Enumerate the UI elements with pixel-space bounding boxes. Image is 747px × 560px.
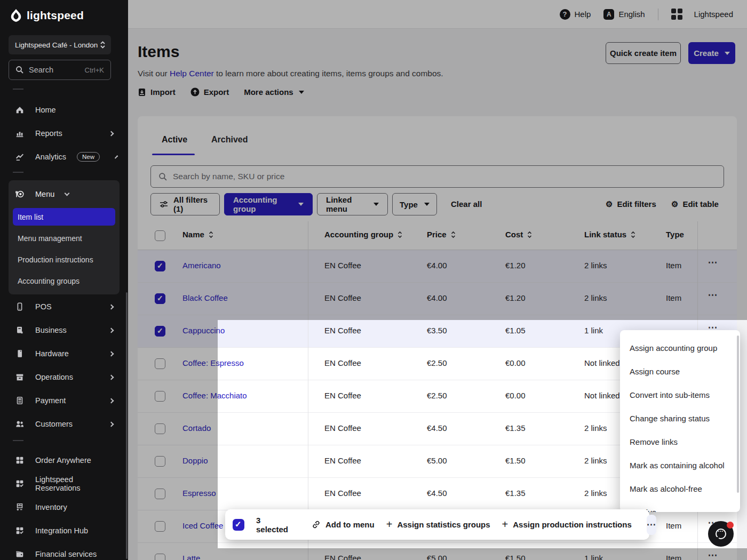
menu-item-assign-course[interactable]: Assign course <box>620 359 740 383</box>
sidebar-item-accounting-groups[interactable]: Accounting groups <box>13 272 115 290</box>
menu-item-assign-accounting-group[interactable]: Assign accounting group <box>620 336 740 359</box>
sidebar-item-menu-management[interactable]: Menu management <box>13 229 115 247</box>
sidebar-scrollbar[interactable] <box>126 292 128 559</box>
sidebar-item-customers[interactable]: Customers <box>9 412 120 436</box>
location-selector[interactable]: Lightspeed Café - London <box>9 35 111 54</box>
context-menu-scrollbar[interactable] <box>737 335 739 493</box>
grid-icon <box>15 455 25 465</box>
cell-link-status: 2 links <box>584 489 607 498</box>
sidebar-item-home[interactable]: Home <box>9 98 120 122</box>
hardware-icon <box>15 349 25 358</box>
cell-price: €2.50 <box>427 391 447 400</box>
cell-accounting-group: EN Coffee <box>324 489 361 498</box>
add-to-menu-button[interactable]: Add to menu <box>312 520 375 529</box>
sidebar-item-hardware[interactable]: Hardware <box>9 342 120 365</box>
box-icon <box>15 372 25 382</box>
sidebar-item-menu[interactable]: Menu <box>9 183 120 205</box>
location-label: Lightspeed Café - London <box>15 41 100 49</box>
cell-accounting-group: EN Coffee <box>324 326 361 335</box>
trend-line-icon <box>15 152 25 162</box>
assign-statistics-groups-button[interactable]: + Assign statistics groups <box>386 518 490 531</box>
payment-terminal-icon <box>15 396 25 405</box>
sidebar-item-item-list[interactable]: Item list <box>13 208 115 226</box>
cell-cost: €1.05 <box>505 326 526 335</box>
chevron-right-icon <box>109 398 114 403</box>
link-icon <box>312 520 321 529</box>
cell-accounting-group: EN Coffee <box>324 456 361 465</box>
cell-link-status: Not linked <box>584 358 620 367</box>
cell-cost: €1.35 <box>505 423 526 433</box>
sidebar-search-placeholder: Search <box>29 66 80 74</box>
cell-link-status: 1 link <box>584 326 603 335</box>
logo-wordmark: lightspeed <box>27 9 84 22</box>
sidebar-item-integration-hub[interactable]: Integration Hub <box>9 519 120 542</box>
assign-production-instructions-button[interactable]: + Assign production instructions <box>502 518 632 531</box>
sidebar-divider <box>13 172 23 173</box>
menu-item-convert-into-sub-items[interactable]: Convert into sub-items <box>620 383 740 406</box>
cell-accounting-group: EN Coffee <box>324 358 361 367</box>
cell-cost: €1.50 <box>505 456 526 465</box>
lightspeed-flame-icon <box>10 9 22 22</box>
bar-chart-icon <box>15 129 25 138</box>
sidebar-item-payment[interactable]: Payment <box>9 389 120 412</box>
sidebar-item-lightspeed-reservations[interactable]: Lightspeed Reservations <box>9 472 120 495</box>
sidebar-menu-group: Menu Item list Menu management Productio… <box>9 180 120 294</box>
home-icon <box>15 105 25 115</box>
cell-price: €4.50 <box>427 423 447 433</box>
menu-item-change-sharing-status[interactable]: Change sharing status <box>620 406 740 430</box>
sidebar: lightspeed Lightspeed Café - London Sear… <box>0 0 128 560</box>
sidebar-item-reports[interactable]: Reports <box>9 122 120 145</box>
chevron-right-icon <box>109 421 114 427</box>
cell-price: €4.50 <box>427 489 447 498</box>
cell-type: Item <box>666 521 681 530</box>
menu-item-remove-links[interactable]: Remove links <box>620 430 740 453</box>
selected-count: 3 selected <box>256 516 288 534</box>
cell-link-status: 2 links <box>584 456 607 465</box>
cell-accounting-group: EN Coffee <box>324 423 361 433</box>
cell-price: €3.50 <box>427 326 447 335</box>
plus-icon: + <box>386 518 393 531</box>
menu-item-mark-as-alcohol-free[interactable]: Mark as alcohol-free <box>620 477 740 500</box>
people-icon <box>15 419 25 429</box>
bulk-action-bar: 3 selected Add to menu + Assign statisti… <box>225 509 649 540</box>
sidebar-item-production-instructions[interactable]: Production instructions <box>13 251 115 268</box>
sidebar-item-pos[interactable]: POS <box>9 295 120 318</box>
sidebar-item-analytics[interactable]: Analytics New <box>9 145 120 169</box>
chevron-right-icon <box>115 155 118 158</box>
sidebar-divider <box>13 89 23 90</box>
sidebar-item-inventory[interactable]: Inventory <box>9 495 120 519</box>
sidebar-item-operations[interactable]: Operations <box>9 365 120 389</box>
location-chevrons-icon <box>100 41 106 49</box>
chevron-right-icon <box>109 374 114 380</box>
sidebar-item-financial-services[interactable]: Financial services <box>9 542 120 560</box>
lightspeed-logo: lightspeed <box>10 9 84 22</box>
dim-overlay <box>128 548 747 560</box>
chevron-right-icon <box>109 351 114 356</box>
chevron-right-icon <box>109 131 114 136</box>
dim-overlay <box>128 0 747 320</box>
chevron-right-icon <box>109 304 114 309</box>
selection-checkbox[interactable] <box>233 519 244 531</box>
cell-cost: €1.35 <box>505 489 526 498</box>
cell-cost: €0.00 <box>505 358 526 367</box>
business-doc-icon <box>15 325 25 335</box>
bulk-actions-context-menu: Assign accounting group Assign course Co… <box>620 330 740 512</box>
cell-link-status: Not linked <box>584 391 620 400</box>
sidebar-item-business[interactable]: Business <box>9 318 120 342</box>
cell-cost: €0.00 <box>505 391 526 400</box>
search-icon <box>15 66 24 74</box>
notification-dot <box>727 522 734 529</box>
grid-check-icon <box>15 479 25 489</box>
search-shortcut: Ctrl+K <box>85 66 104 74</box>
more-bulk-actions-button[interactable]: ⋯ <box>647 515 656 535</box>
sidebar-item-order-anywhere[interactable]: Order Anywhere <box>9 449 120 472</box>
new-badge: New <box>77 152 100 162</box>
sidebar-search-input[interactable]: Search Ctrl+K <box>9 60 111 80</box>
menu-item-mark-as-containing-alcohol[interactable]: Mark as containing alcohol <box>620 453 740 477</box>
menu-plate-icon <box>15 189 25 199</box>
cell-accounting-group: EN Coffee <box>324 391 361 400</box>
chevron-down-icon <box>65 191 70 196</box>
grid-check-icon <box>15 526 25 535</box>
wallet-icon <box>15 549 25 559</box>
app-root: lightspeed Lightspeed Café - London Sear… <box>0 0 747 560</box>
